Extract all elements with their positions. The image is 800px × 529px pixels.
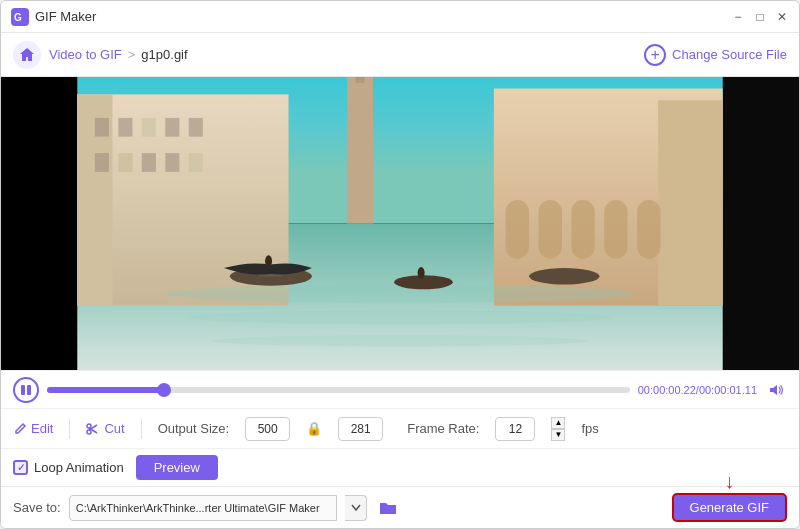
app-icon: G xyxy=(11,8,29,26)
folder-button[interactable] xyxy=(375,495,401,521)
frame-rate-label: Frame Rate: xyxy=(407,421,479,436)
nav-bar: Video to GIF > g1p0.gif + Change Source … xyxy=(1,33,799,77)
svg-rect-15 xyxy=(142,153,156,172)
minimize-button[interactable]: − xyxy=(731,10,745,24)
edit-button[interactable]: Edit xyxy=(13,421,53,436)
loop-label: Loop Animation xyxy=(34,460,124,475)
edit-label: Edit xyxy=(31,421,53,436)
svg-point-35 xyxy=(418,267,425,279)
progress-thumb xyxy=(157,383,171,397)
frame-rate-up-button[interactable]: ▲ xyxy=(551,417,565,429)
loop-animation-checkbox[interactable]: Loop Animation xyxy=(13,460,124,475)
save-bar: Save to: ↓ Generate GIF xyxy=(1,486,799,528)
svg-rect-24 xyxy=(571,200,594,259)
frame-rate-input[interactable] xyxy=(495,417,535,441)
svg-rect-36 xyxy=(21,385,25,395)
window-controls: − □ ✕ xyxy=(731,10,789,24)
svg-rect-37 xyxy=(27,385,31,395)
svg-rect-18 xyxy=(347,77,373,224)
divider xyxy=(69,419,70,439)
breadcrumb: Video to GIF > g1p0.gif xyxy=(49,47,644,62)
lock-icon[interactable]: 🔒 xyxy=(306,421,322,436)
pause-button[interactable] xyxy=(13,377,39,403)
pause-icon xyxy=(20,384,32,396)
video-frame xyxy=(1,77,799,370)
height-input[interactable] xyxy=(338,417,383,441)
app-title: GIF Maker xyxy=(35,9,731,24)
svg-rect-26 xyxy=(637,200,660,259)
close-button[interactable]: ✕ xyxy=(775,10,789,24)
home-button[interactable] xyxy=(13,41,41,69)
cut-button[interactable]: Cut xyxy=(86,421,124,436)
svg-rect-19 xyxy=(355,77,364,83)
preview-button[interactable]: Preview xyxy=(136,455,218,480)
plus-circle-icon: + xyxy=(644,44,666,66)
time-display: 00:00:00.22/00:00:01.11 xyxy=(638,384,757,396)
svg-rect-8 xyxy=(95,118,109,137)
svg-point-29 xyxy=(212,335,588,347)
frame-rate-stepper: ▲ ▼ xyxy=(551,417,565,441)
arrow-indicator: ↓ xyxy=(724,471,734,491)
folder-icon xyxy=(379,500,397,516)
progress-fill xyxy=(47,387,164,393)
save-path-input[interactable] xyxy=(69,495,337,521)
svg-rect-11 xyxy=(165,118,179,137)
app-window: G GIF Maker − □ ✕ Video to GIF > g1p0.gi… xyxy=(0,0,800,529)
maximize-button[interactable]: □ xyxy=(753,10,767,24)
svg-point-38 xyxy=(87,430,91,434)
svg-point-28 xyxy=(189,310,611,324)
svg-rect-14 xyxy=(118,153,132,172)
svg-rect-16 xyxy=(165,153,179,172)
generate-btn-wrap: ↓ Generate GIF xyxy=(672,493,787,522)
cut-label: Cut xyxy=(104,421,124,436)
breadcrumb-link[interactable]: Video to GIF xyxy=(49,47,122,62)
video-player[interactable] xyxy=(1,77,799,370)
edit-icon xyxy=(13,422,27,436)
generate-gif-button[interactable]: Generate GIF xyxy=(672,493,787,522)
volume-icon xyxy=(768,382,784,398)
save-to-label: Save to: xyxy=(13,500,61,515)
svg-rect-22 xyxy=(506,200,529,259)
video-thumbnail xyxy=(1,77,799,370)
svg-rect-2 xyxy=(1,77,77,370)
frame-rate-down-button[interactable]: ▼ xyxy=(551,429,565,441)
svg-point-33 xyxy=(529,268,599,284)
change-source-button[interactable]: + Change Source File xyxy=(644,44,787,66)
svg-point-27 xyxy=(165,285,634,304)
change-source-label: Change Source File xyxy=(672,47,787,62)
svg-text:G: G xyxy=(14,12,22,23)
fps-unit: fps xyxy=(581,421,598,436)
svg-rect-3 xyxy=(723,77,799,370)
width-input[interactable] xyxy=(245,417,290,441)
svg-rect-13 xyxy=(95,153,109,172)
svg-rect-17 xyxy=(189,153,203,172)
svg-point-39 xyxy=(87,424,91,428)
svg-rect-12 xyxy=(189,118,203,137)
chevron-down-icon xyxy=(351,504,361,512)
output-size-label: Output Size: xyxy=(158,421,230,436)
breadcrumb-current: g1p0.gif xyxy=(141,47,187,62)
svg-rect-23 xyxy=(538,200,561,259)
svg-rect-10 xyxy=(142,118,156,137)
edit-bar: Edit Cut Output Size: 🔒 Frame Rate: ▲ ▼ … xyxy=(1,408,799,448)
breadcrumb-separator: > xyxy=(128,47,136,62)
volume-button[interactable] xyxy=(765,379,787,401)
svg-point-32 xyxy=(394,275,453,289)
loop-checkbox-box xyxy=(13,460,28,475)
divider2 xyxy=(141,419,142,439)
svg-point-34 xyxy=(265,255,272,267)
progress-bar[interactable] xyxy=(47,387,630,393)
title-bar: G GIF Maker − □ ✕ xyxy=(1,1,799,33)
svg-rect-21 xyxy=(658,100,723,305)
path-dropdown-button[interactable] xyxy=(345,495,367,521)
svg-rect-25 xyxy=(604,200,627,259)
cut-icon xyxy=(86,422,100,436)
svg-rect-9 xyxy=(118,118,132,137)
controls-bar: 00:00:00.22/00:00:01.11 xyxy=(1,370,799,408)
options-bar: Loop Animation Preview xyxy=(1,448,799,486)
